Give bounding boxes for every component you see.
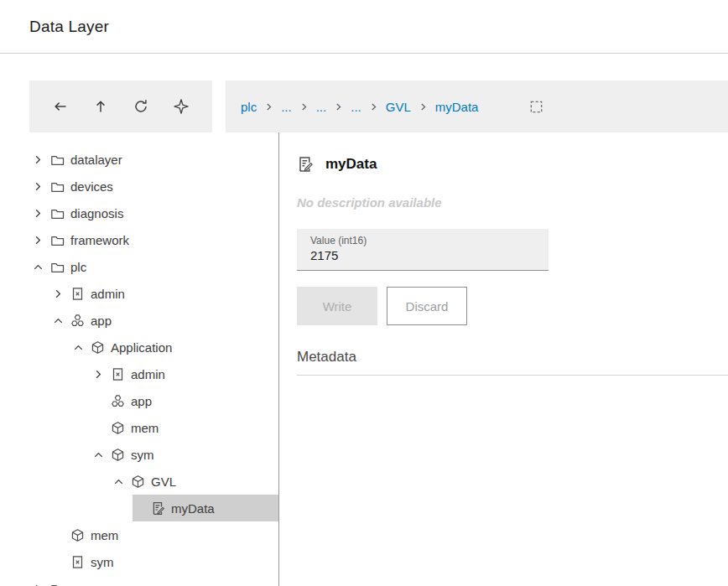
up-button[interactable]: [86, 92, 115, 121]
tree-item-label: framework: [70, 233, 129, 247]
tree-item-app[interactable]: app: [0, 307, 278, 334]
value-field-label: Value (int16): [310, 235, 535, 246]
tree-item-label: admin: [91, 287, 125, 301]
tree-item-admin[interactable]: admin: [0, 360, 278, 387]
tree-indent: [0, 468, 112, 495]
tree-indent: [0, 387, 92, 414]
breadcrumb-item[interactable]: plc: [241, 100, 257, 114]
chevron-right-icon[interactable]: [32, 234, 50, 246]
tree-item-framework[interactable]: framework: [0, 226, 278, 253]
tree-item-label: myData: [171, 501, 215, 516]
discard-button[interactable]: Discard: [387, 287, 467, 325]
modules-icon: [70, 314, 91, 328]
tree-item-label: app: [91, 314, 112, 328]
chevron-right-icon[interactable]: [52, 288, 70, 300]
tree-item-app[interactable]: app: [0, 387, 278, 414]
chevron-right-icon[interactable]: [92, 368, 111, 381]
refresh-icon: [133, 98, 149, 115]
titlebar: Data Layer: [0, 0, 728, 54]
tree-item-label: mem: [131, 421, 159, 435]
tree-item-label: devices: [70, 179, 113, 194]
node-title: myData: [325, 156, 377, 173]
page-title: Data Layer: [29, 18, 109, 36]
breadcrumb-item[interactable]: ...: [316, 100, 327, 114]
breadcrumb-item[interactable]: GVL: [386, 100, 411, 114]
chevron-up-icon[interactable]: [72, 341, 91, 354]
chevron-right-icon[interactable]: [32, 180, 50, 193]
tree-item-sym[interactable]: sym: [0, 441, 278, 468]
folder-icon: [50, 153, 70, 167]
chevron-right-icon[interactable]: [32, 583, 50, 586]
chevron-right-icon[interactable]: [32, 153, 50, 166]
provider-icon: [70, 555, 91, 569]
breadcrumb-bar: plc.........GVLmyData: [226, 80, 728, 132]
tree-item-sym[interactable]: sym: [0, 548, 278, 575]
tree-item-label: datalayer: [70, 153, 122, 167]
chevron-up-icon[interactable]: [32, 261, 50, 273]
tree-item-node[interactable]: [0, 575, 278, 586]
node-header: myData: [297, 156, 728, 173]
package-icon: [91, 340, 111, 355]
tree-indent: [0, 548, 52, 575]
breadcrumb-separator-icon: [369, 102, 378, 111]
refresh-button[interactable]: [127, 92, 155, 121]
tree-item-label: plc: [70, 260, 86, 274]
breadcrumb: plc.........GVLmyData: [241, 100, 478, 114]
tree-item-myData[interactable]: myData: [0, 495, 278, 521]
tree-item-GVL[interactable]: GVL: [0, 468, 278, 495]
package-icon: [70, 528, 91, 542]
tree-indent: [0, 334, 72, 360]
tree-indent: [0, 173, 32, 200]
breadcrumb-separator-icon: [299, 102, 309, 111]
folder-icon: [50, 582, 70, 586]
content-area: datalayerdevicesdiagnosisframeworkplcadm…: [0, 132, 728, 586]
tree-item-label: GVL: [151, 475, 176, 489]
copy-frame-icon: [528, 99, 544, 115]
locate-node-button[interactable]: [167, 92, 195, 121]
tree-indent: [0, 253, 32, 280]
tree-item-Application[interactable]: Application: [0, 334, 278, 360]
tree-panel: datalayerdevicesdiagnosisframeworkplcadm…: [0, 132, 279, 586]
tree-item-plc[interactable]: plc: [0, 253, 278, 280]
value-field: Value (int16): [297, 229, 549, 271]
tree-item-admin[interactable]: admin: [0, 280, 278, 307]
tree-item-label: app: [131, 394, 152, 408]
provider-icon: [111, 367, 131, 381]
tree-item-mem[interactable]: mem: [0, 414, 278, 441]
chevron-up-icon[interactable]: [92, 449, 111, 461]
tree-indent: [0, 280, 52, 307]
write-button[interactable]: Write: [297, 287, 377, 325]
back-button[interactable]: [46, 92, 75, 121]
locate-icon: [173, 98, 190, 115]
metadata-heading: Metadata: [297, 349, 728, 366]
copy-path-button[interactable]: [525, 96, 547, 117]
up-arrow-icon: [92, 98, 109, 115]
tree-indent: [0, 414, 92, 441]
package-icon: [111, 448, 131, 462]
tree-item-label: sym: [91, 555, 114, 569]
tree-indent: [0, 146, 32, 173]
chevron-up-icon[interactable]: [112, 475, 131, 488]
metadata-divider: [297, 375, 728, 376]
chevron-right-icon[interactable]: [32, 207, 50, 220]
folder-icon: [50, 206, 70, 220]
breadcrumb-item[interactable]: ...: [281, 100, 292, 114]
node-description: No description available: [297, 195, 728, 210]
tree-item-diagnosis[interactable]: diagnosis: [0, 200, 278, 226]
tree-item-datalayer[interactable]: datalayer: [0, 146, 278, 173]
detail-panel: myData No description available Value (i…: [279, 132, 728, 586]
breadcrumb-item[interactable]: myData: [435, 100, 479, 114]
tree-item-label: admin: [131, 367, 165, 381]
tree-item-mem[interactable]: mem: [0, 521, 278, 548]
chevron-up-icon[interactable]: [52, 314, 70, 327]
value-input[interactable]: [310, 248, 535, 262]
folder-icon: [50, 233, 70, 247]
tree-item-label: sym: [131, 448, 154, 462]
breadcrumb-item[interactable]: ...: [351, 100, 361, 114]
action-buttons: Write Discard: [297, 287, 728, 325]
tree-indent: [0, 226, 32, 253]
back-arrow-icon: [52, 98, 69, 115]
tree-indent: [0, 495, 133, 521]
tree-item-devices[interactable]: devices: [0, 173, 278, 200]
variable-icon: [151, 501, 171, 516]
